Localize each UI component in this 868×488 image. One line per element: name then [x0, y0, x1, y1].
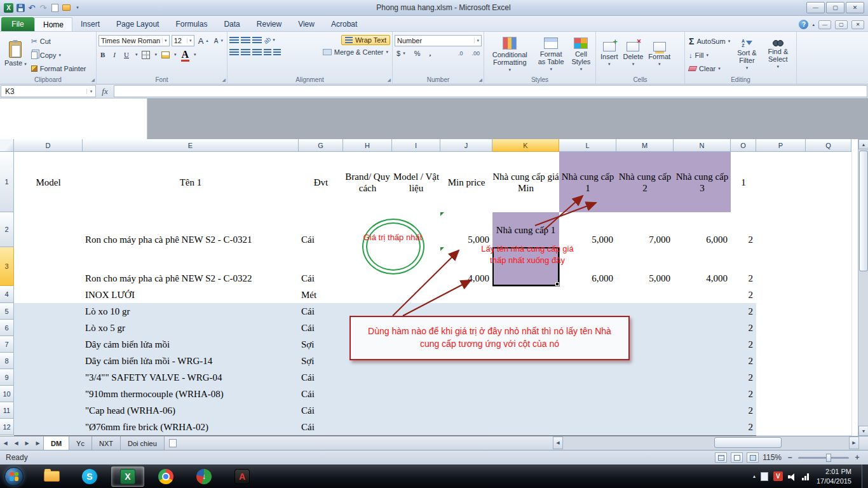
cell-L8[interactable] [559, 353, 617, 370]
cell-K3[interactable] [492, 247, 560, 287]
vertical-scrollbar[interactable]: ▲ ▼ [858, 139, 868, 436]
redo-button[interactable]: ↷ [39, 3, 48, 13]
font-color-icon[interactable]: A [181, 49, 190, 60]
cell-H12[interactable] [343, 419, 393, 436]
align-center-icon[interactable] [241, 49, 250, 56]
cell-P9[interactable] [756, 369, 806, 386]
col-header-O[interactable]: O [731, 139, 756, 152]
cell-P3[interactable] [756, 247, 806, 287]
cell-O6[interactable]: 2 [731, 320, 757, 337]
scroll-up-button[interactable]: ▲ [858, 139, 868, 149]
cell-L11[interactable] [559, 402, 617, 419]
cell-D2[interactable] [14, 212, 83, 248]
underline-caret-icon[interactable]: ▾ [135, 52, 138, 57]
cell-N8[interactable] [674, 353, 731, 370]
row-header-8[interactable]: 8 [0, 353, 14, 369]
cell-D1[interactable]: Model [14, 152, 83, 213]
cell-K12[interactable] [492, 419, 560, 436]
ribbon-tab-home[interactable]: Home [34, 17, 72, 31]
borders-icon[interactable] [142, 51, 150, 59]
hidden-icons-button[interactable]: ▴ [753, 473, 756, 479]
fill-handle[interactable] [555, 282, 559, 286]
cell-E11[interactable]: "Cap head (WRHA-06) [83, 402, 299, 419]
cell-M5[interactable] [616, 303, 674, 320]
start-button[interactable] [4, 467, 24, 486]
name-box[interactable]: K3 ▾ [1, 85, 96, 97]
cell-N3[interactable]: 4,000 [674, 247, 731, 287]
row-header-2[interactable]: 2 [0, 212, 14, 247]
sort-filter-button[interactable]: AZ Sort & Filter ▾ [732, 34, 761, 75]
cell-L4[interactable] [559, 286, 617, 304]
cell-I11[interactable] [392, 402, 441, 419]
cell-O12[interactable]: 2 [731, 419, 757, 436]
cell-L9[interactable] [559, 369, 617, 386]
cell-I8[interactable] [392, 353, 441, 370]
taskbar-chrome-button[interactable] [149, 466, 182, 487]
cut-button[interactable]: ✂ Cut [29, 36, 88, 46]
cell-Q5[interactable] [806, 303, 852, 320]
maximize-button[interactable]: ▢ [826, 2, 844, 13]
cell-K11[interactable] [492, 402, 560, 419]
row-header-1[interactable]: 1 [0, 152, 14, 212]
sheet-tab-nxt[interactable]: NXT [92, 437, 121, 450]
zoom-slider[interactable] [798, 457, 849, 459]
number-dialog-launcher[interactable] [479, 78, 482, 83]
ribbon-tab-view[interactable]: View [290, 17, 323, 31]
cell-H6[interactable] [343, 320, 393, 337]
select-all-corner[interactable] [0, 139, 14, 152]
scroll-right-button[interactable]: ▶ [849, 437, 859, 449]
decrease-decimal-icon[interactable]: .00 [470, 49, 482, 58]
bold-button[interactable]: B [98, 50, 107, 59]
cell-D6[interactable] [14, 320, 83, 337]
cell-L6[interactable] [559, 320, 617, 337]
taskbar-explorer-button[interactable] [35, 466, 68, 487]
cell-N6[interactable] [674, 320, 731, 337]
decrease-indent-icon[interactable] [264, 49, 271, 56]
delete-cells-button[interactable]: Delete ▾ [621, 34, 646, 75]
cell-J12[interactable] [440, 419, 493, 436]
minimize-button[interactable]: — [806, 2, 825, 13]
cell-H10[interactable] [343, 386, 393, 403]
cell-I2[interactable] [392, 212, 441, 248]
cell-J3[interactable]: 4,000 [440, 247, 493, 287]
font-size-combo[interactable]: 12 ▾ [172, 35, 194, 46]
align-right-icon[interactable] [252, 49, 262, 56]
sheet-tab-yc[interactable]: Yc [69, 437, 92, 450]
cell-O10[interactable]: 2 [731, 386, 757, 403]
clipboard-dialog-launcher[interactable] [92, 78, 95, 83]
prev-sheet-button[interactable]: ◀ [11, 437, 22, 450]
col-header-H[interactable]: H [343, 139, 392, 152]
page-layout-view-button[interactable] [731, 452, 743, 463]
clear-button[interactable]: Clear ▾ [687, 64, 732, 73]
cell-N11[interactable] [674, 402, 731, 419]
show-desktop-button[interactable] [862, 464, 868, 488]
row-header-12[interactable]: 12 [0, 419, 14, 435]
cell-J7[interactable] [440, 336, 493, 353]
increase-decimal-icon[interactable]: .0 [456, 49, 465, 58]
col-header-L[interactable]: L [559, 139, 616, 152]
insert-cells-button[interactable]: Insert ▾ [598, 34, 621, 75]
align-top-icon[interactable] [229, 37, 239, 44]
cell-Q1[interactable] [806, 152, 852, 213]
cell-Q4[interactable] [806, 286, 852, 304]
increase-indent-icon[interactable] [273, 49, 281, 56]
cell-G12[interactable]: Cái [299, 419, 344, 436]
cell-K10[interactable] [492, 386, 560, 403]
vertical-scroll-thumb[interactable] [859, 151, 868, 271]
row-header-11[interactable]: 11 [0, 402, 14, 419]
row-header-9[interactable]: 9 [0, 369, 14, 386]
cell-E9[interactable]: "3/4"" SAFETY VALVE - WRG-04 [83, 369, 299, 386]
cell-Q2[interactable] [806, 212, 852, 248]
cell-M1[interactable]: Nhà cung cấp 2 [616, 152, 674, 213]
number-format-combo[interactable]: Number ▾ [395, 35, 482, 46]
cell-D9[interactable] [14, 369, 83, 386]
cell-E3[interactable]: Ron cho máy pha cà phê NEW S2 - C-0322 [83, 247, 299, 287]
col-header-M[interactable]: M [616, 139, 674, 152]
cell-Q3[interactable] [806, 247, 852, 287]
taskbar-a-app-button[interactable]: A [226, 466, 259, 487]
fill-caret-icon[interactable]: ▾ [174, 52, 177, 57]
collapse-ribbon-icon[interactable]: ▴ [812, 22, 815, 27]
sheet-tab-doi-chieu[interactable]: Doi chieu [121, 437, 165, 450]
cell-N12[interactable] [674, 419, 731, 436]
zoom-out-button[interactable]: − [785, 453, 794, 462]
